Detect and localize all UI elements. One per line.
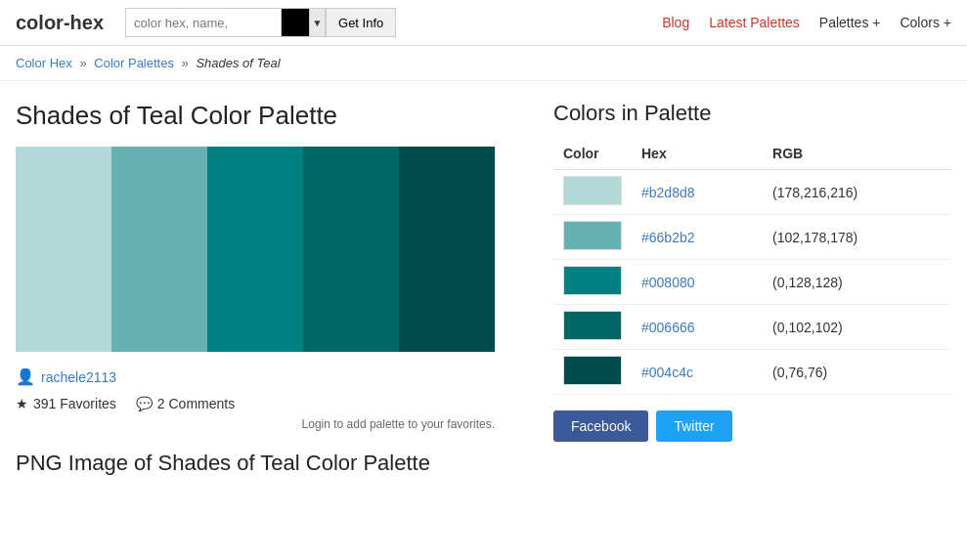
swatch-2[interactable] bbox=[111, 147, 207, 352]
color-preview-box bbox=[282, 9, 309, 36]
table-cell-rgb: (0,76,76) bbox=[763, 350, 951, 395]
col-rgb: RGB bbox=[763, 140, 951, 170]
nav-latest-palettes[interactable]: Latest Palettes bbox=[709, 15, 800, 30]
twitter-button[interactable]: Twitter bbox=[656, 410, 731, 442]
table-cell-hex: #004c4c bbox=[632, 350, 763, 395]
table-cell-hex: #66b2b2 bbox=[632, 215, 763, 260]
user-icon: 👤 bbox=[16, 367, 35, 386]
table-row: #004c4c(0,76,76) bbox=[553, 350, 951, 395]
favorites-stat: ★ 391 Favorites bbox=[16, 396, 116, 411]
table-cell-color bbox=[553, 215, 632, 260]
hex-link[interactable]: #66b2b2 bbox=[641, 230, 695, 245]
table-row: #b2d8d8(178,216,216) bbox=[553, 170, 951, 215]
table-cell-rgb: (0,102,102) bbox=[763, 305, 951, 350]
col-hex: Hex bbox=[632, 140, 763, 170]
table-swatch[interactable] bbox=[563, 266, 622, 295]
swatch-3[interactable] bbox=[207, 147, 303, 352]
table-cell-rgb: (0,128,128) bbox=[763, 260, 951, 305]
table-cell-color bbox=[553, 305, 632, 350]
comment-icon: 💬 bbox=[136, 396, 153, 411]
search-input[interactable] bbox=[125, 8, 282, 37]
header: color-hex ▼ Get Info Blog Latest Palette… bbox=[0, 0, 967, 46]
table-swatch[interactable] bbox=[563, 311, 622, 340]
table-row: #008080(0,128,128) bbox=[553, 260, 951, 305]
table-cell-color bbox=[553, 350, 632, 395]
chevron-down-icon[interactable]: ▼ bbox=[309, 9, 325, 36]
table-cell-color bbox=[553, 260, 632, 305]
comments-count: 2 Comments bbox=[157, 396, 235, 411]
hex-link[interactable]: #004c4c bbox=[641, 365, 693, 380]
png-title: PNG Image of Shades of Teal Color Palett… bbox=[16, 451, 495, 476]
star-icon: ★ bbox=[16, 396, 28, 411]
login-note: Login to add palette to your favorites. bbox=[16, 417, 495, 431]
table-swatch[interactable] bbox=[563, 176, 622, 205]
table-swatch[interactable] bbox=[563, 221, 622, 250]
table-row: #006666(0,102,102) bbox=[553, 305, 951, 350]
user-row: 👤 rachele2113 bbox=[16, 367, 495, 386]
hex-link[interactable]: #006666 bbox=[641, 320, 695, 335]
breadcrumb-sep-1: » bbox=[79, 56, 86, 70]
hex-link[interactable]: #b2d8d8 bbox=[641, 185, 695, 200]
breadcrumb-current: Shades of Teal bbox=[196, 56, 280, 70]
swatch-5[interactable] bbox=[399, 147, 495, 352]
nav-colors[interactable]: Colors + bbox=[900, 15, 951, 30]
table-cell-color bbox=[553, 170, 632, 215]
table-cell-rgb: (178,216,216) bbox=[763, 170, 951, 215]
color-preview-wrapper: ▼ bbox=[282, 8, 326, 37]
col-color: Color bbox=[553, 140, 632, 170]
swatch-4[interactable] bbox=[303, 147, 399, 352]
header-nav: Blog Latest Palettes Palettes + Colors + bbox=[662, 15, 951, 30]
breadcrumb: Color Hex » Color Palettes » Shades of T… bbox=[0, 46, 967, 81]
breadcrumb-color-palettes[interactable]: Color Palettes bbox=[94, 56, 174, 70]
facebook-button[interactable]: Facebook bbox=[553, 410, 648, 442]
table-cell-rgb: (102,178,178) bbox=[763, 215, 951, 260]
breadcrumb-sep-2: » bbox=[182, 56, 189, 70]
table-header-row: Color Hex RGB bbox=[553, 140, 951, 170]
social-buttons: Facebook Twitter bbox=[553, 410, 951, 442]
breadcrumb-color-hex[interactable]: Color Hex bbox=[16, 56, 72, 70]
main-content: Shades of Teal Color Palette 👤 rachele21… bbox=[0, 81, 967, 495]
palette-section-title: Colors in Palette bbox=[553, 101, 951, 126]
favorites-count: 391 Favorites bbox=[33, 396, 116, 411]
user-link[interactable]: rachele2113 bbox=[41, 369, 116, 385]
nav-blog[interactable]: Blog bbox=[662, 15, 689, 30]
table-cell-hex: #b2d8d8 bbox=[632, 170, 763, 215]
comments-stat: 💬 2 Comments bbox=[136, 396, 235, 411]
table-swatch[interactable] bbox=[563, 356, 622, 385]
palette-swatches bbox=[16, 147, 495, 352]
get-info-button[interactable]: Get Info bbox=[326, 8, 396, 37]
search-form: ▼ Get Info bbox=[125, 8, 396, 37]
stats-row: ★ 391 Favorites 💬 2 Comments bbox=[16, 396, 495, 411]
right-panel: Colors in Palette Color Hex RGB #b2d8d8(… bbox=[553, 101, 951, 476]
table-cell-hex: #008080 bbox=[632, 260, 763, 305]
swatch-1[interactable] bbox=[16, 147, 111, 352]
site-logo[interactable]: color-hex bbox=[16, 12, 104, 34]
nav-palettes[interactable]: Palettes + bbox=[819, 15, 881, 30]
table-cell-hex: #006666 bbox=[632, 305, 763, 350]
table-row: #66b2b2(102,178,178) bbox=[553, 215, 951, 260]
color-table: Color Hex RGB #b2d8d8(178,216,216)#66b2b… bbox=[553, 140, 951, 395]
hex-link[interactable]: #008080 bbox=[641, 275, 695, 290]
left-panel: Shades of Teal Color Palette 👤 rachele21… bbox=[16, 101, 495, 476]
page-title: Shades of Teal Color Palette bbox=[16, 101, 495, 131]
